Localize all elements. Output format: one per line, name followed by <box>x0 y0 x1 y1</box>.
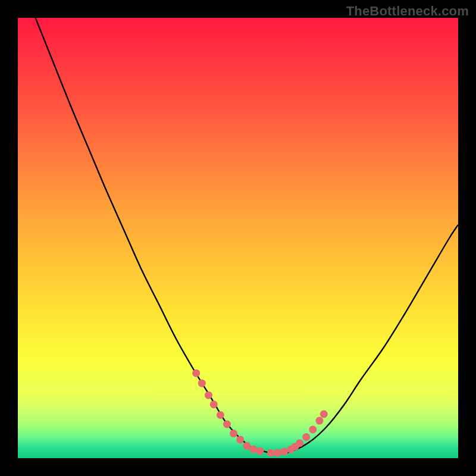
curve-point <box>302 433 310 441</box>
curve-point <box>205 392 212 399</box>
curve-point <box>256 447 264 455</box>
curve-point <box>243 442 250 450</box>
chart-frame: TheBottleneck.com <box>0 0 476 476</box>
gradient-background <box>18 18 458 458</box>
curve-point <box>280 447 288 455</box>
curve-point <box>249 446 257 453</box>
curve-point <box>320 411 328 418</box>
curve-point <box>315 417 323 425</box>
curve-point <box>296 439 303 447</box>
curve-point <box>230 430 237 437</box>
curve-point <box>274 449 281 457</box>
curve-point <box>267 449 275 457</box>
watermark-text: TheBottleneck.com <box>346 4 469 19</box>
plot-area <box>18 18 458 458</box>
curve-point <box>198 380 206 387</box>
curve-point <box>217 411 224 419</box>
curve-point <box>223 421 231 428</box>
curve-point <box>210 400 218 408</box>
curve-point <box>236 436 244 443</box>
bottleneck-chart <box>18 18 458 458</box>
curve-point <box>192 369 200 377</box>
curve-point <box>309 425 317 433</box>
